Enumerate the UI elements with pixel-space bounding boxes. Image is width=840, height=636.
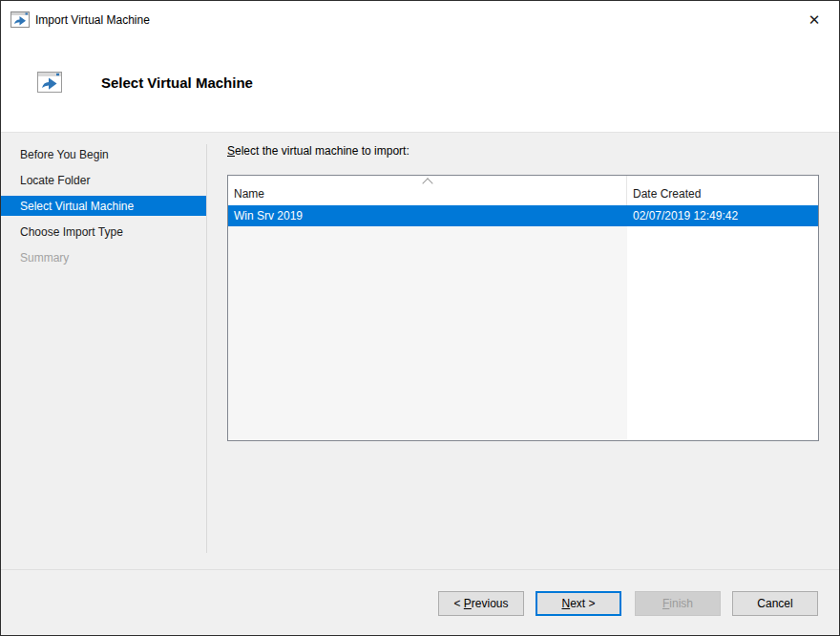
column-header-date-created[interactable]: Date Created xyxy=(627,176,818,205)
sorted-column-tint xyxy=(228,226,627,440)
vm-name-cell: Win Srv 2019 xyxy=(228,209,627,223)
wizard-body: Before You Begin Locate Folder Select Vi… xyxy=(1,133,839,569)
finish-button: Finish xyxy=(635,591,721,616)
sidebar-item-choose-import-type[interactable]: Choose Import Type xyxy=(1,219,206,244)
wizard-steps-sidebar: Before You Begin Locate Folder Select Vi… xyxy=(1,133,206,270)
hyperv-import-app-icon xyxy=(10,11,30,31)
vm-list-empty-area xyxy=(228,226,818,440)
previous-button[interactable]: < Previous xyxy=(438,591,524,616)
sidebar-item-before-you-begin[interactable]: Before You Begin xyxy=(1,141,206,167)
vm-list-header: Name Date Created xyxy=(228,176,818,205)
close-button[interactable]: ✕ xyxy=(799,6,830,33)
sidebar-divider xyxy=(206,144,207,553)
window-title: Import Virtual Machine xyxy=(35,13,150,27)
instruction-label: Select the virtual machine to import: xyxy=(227,144,410,158)
close-icon: ✕ xyxy=(808,11,821,29)
footer-buttons: < Previous Next > Finish Cancel xyxy=(438,591,818,616)
wizard-page-icon xyxy=(37,72,62,95)
cancel-button[interactable]: Cancel xyxy=(732,591,818,616)
vm-list[interactable]: Name Date Created Win Srv 2019 02/07/201… xyxy=(227,175,819,441)
import-vm-wizard-window: Import Virtual Machine ✕ Select Virtual … xyxy=(0,0,840,636)
sidebar-item-summary: Summary xyxy=(1,244,206,270)
vm-list-row-win-srv-2019[interactable]: Win Srv 2019 02/07/2019 12:49:42 xyxy=(228,205,818,226)
next-button[interactable]: Next > xyxy=(536,591,621,616)
page-title: Select Virtual Machine xyxy=(101,74,253,91)
title-bar: Import Virtual Machine ✕ xyxy=(1,1,839,39)
sidebar-item-locate-folder[interactable]: Locate Folder xyxy=(1,167,206,193)
empty-area xyxy=(627,226,818,440)
footer-bar: < Previous Next > Finish Cancel xyxy=(1,570,839,636)
vm-date-created-cell: 02/07/2019 12:49:42 xyxy=(627,209,818,223)
sidebar-item-select-virtual-machine[interactable]: Select Virtual Machine xyxy=(1,196,206,216)
